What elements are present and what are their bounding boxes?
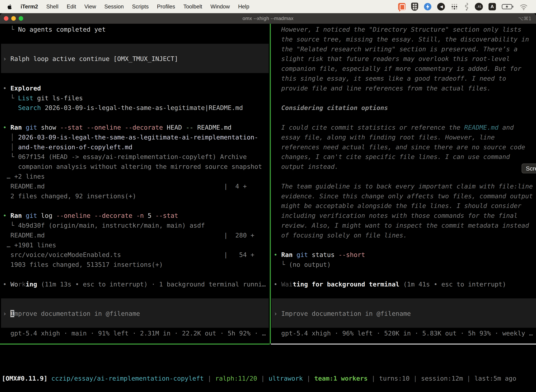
text-segment: might be acceptable alongside the file l… bbox=[274, 202, 522, 209]
terminal-line: … +1901 lines bbox=[3, 240, 270, 250]
terminal-pane-left[interactable]: └ No agents completed yet› Ralph loop ac… bbox=[0, 24, 270, 344]
text-segment: … +2 lines bbox=[3, 173, 45, 180]
timer-badge-icon[interactable]: ..61 bbox=[475, 3, 483, 10]
dots-grid-icon[interactable] bbox=[450, 3, 458, 10]
text-segment: --stat bbox=[155, 212, 178, 219]
terminal-line: └ (no output) bbox=[274, 260, 536, 270]
screen: { "menu_bar": { "app_name": "iTerm2", "i… bbox=[0, 0, 536, 392]
text-segment: Ralph loop active continue [OMX_TMUX_INJ… bbox=[10, 55, 178, 62]
terminal-line: review. Also, I might want to inspect th… bbox=[274, 221, 536, 230]
wifi-icon[interactable] bbox=[519, 3, 528, 10]
terminal-line: references need actual files, and since … bbox=[274, 142, 536, 152]
text-segment: status bbox=[308, 251, 338, 258]
text-segment: provide file and line references from th… bbox=[274, 85, 491, 92]
text-segment: README.md bbox=[193, 124, 232, 131]
text-segment: │ bbox=[3, 134, 18, 141]
terminal-line: │ 2026-03-09-is-legal-the-same-as-legiti… bbox=[3, 132, 270, 142]
terminal-line: Considering citation options bbox=[274, 103, 536, 113]
text-segment: Wai bbox=[281, 281, 293, 288]
terminal-line: this single essay, it seems like a good … bbox=[274, 74, 536, 84]
terminal-line: └ No agents completed yet bbox=[3, 25, 270, 34]
text-segment: › bbox=[274, 310, 281, 317]
battery-icon[interactable] bbox=[502, 3, 513, 10]
text-segment: └ bbox=[3, 94, 18, 102]
text-segment: └ (no output) bbox=[274, 261, 331, 268]
text-segment: (1m 41s • esc to interrupt) bbox=[399, 281, 506, 288]
text-segment: • bbox=[3, 281, 10, 288]
menu-item-edit[interactable]: Edit bbox=[67, 4, 76, 10]
text-segment: companion analysis without altering the … bbox=[3, 163, 262, 170]
menu-items: iTerm2 ShellEditViewSessionScriptsProfil… bbox=[0, 4, 249, 10]
text-segment: HEAD bbox=[163, 124, 186, 131]
text-segment: session:12m bbox=[421, 375, 463, 382]
menu-item-session[interactable]: Session bbox=[104, 4, 124, 10]
text-segment: essay file, along with finding root file… bbox=[274, 134, 495, 141]
text-segment: | bbox=[204, 375, 215, 382]
menu-item-toolbelt[interactable]: Toolbelt bbox=[183, 4, 202, 10]
text-segment: 2 files changed, 92 insertions(+) bbox=[3, 192, 136, 200]
menu-item-profiles[interactable]: Profiles bbox=[157, 4, 175, 10]
menu-item-iterm2[interactable]: iTerm2 bbox=[21, 4, 38, 10]
text-segment: Considering citation options bbox=[274, 104, 388, 111]
text-segment: └ bbox=[3, 26, 18, 33]
terminal-line: └ 067f154 (HEAD -> essay/ai-reimplementa… bbox=[3, 152, 270, 162]
text-segment: 2026-03-09-is-legal-the-same-as-legitima… bbox=[41, 104, 243, 111]
window-title: omx --xhigh --madmax bbox=[0, 16, 536, 21]
text-segment: git bbox=[26, 212, 37, 219]
terminal-area: └ No agents completed yet› Ralph loop ac… bbox=[0, 24, 536, 392]
text-segment bbox=[22, 124, 26, 131]
terminal-line: including verification notes with those … bbox=[274, 211, 536, 221]
menu-item-window[interactable]: Window bbox=[211, 4, 230, 10]
text-segment: review. Also, I might want to inspect th… bbox=[274, 222, 529, 229]
apple-menu-icon[interactable] bbox=[7, 4, 12, 10]
text-segment: ting for background terminal bbox=[293, 281, 399, 288]
kaleidoscope-icon[interactable]: ◀ bbox=[437, 3, 445, 10]
terminal-line: └ 4b9d30f (origin/main, instructkr/main,… bbox=[3, 221, 270, 230]
text-segment: the source tree, missing the essay. Stil… bbox=[274, 36, 529, 43]
text-segment: Ran bbox=[10, 212, 22, 219]
menu-item-shell[interactable]: Shell bbox=[46, 4, 58, 10]
terminal-line: gpt-5.4 xhigh · main · 91% left · 2.31M … bbox=[3, 328, 270, 338]
text-segment: gpt-5.4 xhigh · main · 91% left · 2.31M … bbox=[3, 330, 266, 337]
window-shortcut-badge: ⌥⌘1 bbox=[518, 16, 531, 21]
terminal-line: └ List git ls-files bbox=[3, 93, 270, 103]
bolt-circle-icon[interactable] bbox=[424, 3, 431, 10]
text-segment: Improve documentation in @filename bbox=[281, 310, 411, 317]
text-segment: git bbox=[26, 124, 37, 131]
text-segment: last:5m ago bbox=[474, 375, 516, 382]
terminal-line: companion analysis without altering the … bbox=[3, 162, 270, 172]
terminal-line: • Working (11m 13s • esc to interrupt) ·… bbox=[3, 280, 270, 289]
text-segment: └ 4b9d30f (origin/main, instructkr/main,… bbox=[3, 222, 205, 229]
menu-item-scripts[interactable]: Scripts bbox=[132, 4, 149, 10]
text-segment: cczip/essay/ai-reimplementation-copyleft bbox=[51, 375, 204, 382]
text-segment: git bbox=[297, 251, 308, 258]
text-segment: | bbox=[257, 375, 268, 382]
terminal-line: › Ralph loop active continue [OMX_TMUX_I… bbox=[3, 54, 270, 64]
text-segment bbox=[293, 251, 297, 258]
terminal-line: › Improve documentation in @filename bbox=[3, 309, 270, 319]
terminal-line: 2 files changed, 92 insertions(+) bbox=[3, 191, 270, 201]
shield-grid-icon[interactable] bbox=[411, 3, 418, 11]
menu-item-help[interactable]: Help bbox=[238, 4, 249, 10]
terminal-line: README.md | 280 + bbox=[3, 230, 270, 240]
text-cursor: I bbox=[10, 310, 14, 317]
text-segment: show bbox=[37, 124, 60, 131]
text-segment: • bbox=[3, 124, 10, 131]
text-segment: -- bbox=[186, 124, 193, 131]
text-segment: • bbox=[274, 251, 281, 258]
terminal-line: changes, I can't cite specific file line… bbox=[274, 152, 536, 162]
text-segment: log bbox=[37, 212, 56, 219]
terminal-line: • Waiting for background terminal (1m 41… bbox=[274, 280, 536, 289]
text-segment: 5 bbox=[144, 212, 155, 219]
text-segment: • bbox=[3, 85, 10, 92]
chat-app-icon[interactable] bbox=[398, 3, 406, 10]
terminal-line: … +2 lines bbox=[3, 172, 270, 182]
keyboard-a-icon[interactable]: A bbox=[488, 3, 496, 10]
text-segment: ultrawork bbox=[268, 375, 303, 382]
terminal-pane-right[interactable]: However, I noticed the "Directory Struct… bbox=[271, 24, 536, 344]
menu-item-view[interactable]: View bbox=[84, 4, 96, 10]
text-segment: this single essay, it seems like a good … bbox=[274, 75, 506, 82]
terminal-line: evidence. Since this change only affects… bbox=[274, 191, 536, 201]
hook-icon[interactable] bbox=[464, 2, 469, 11]
terminal-line: provide file and line references from th… bbox=[274, 84, 536, 93]
